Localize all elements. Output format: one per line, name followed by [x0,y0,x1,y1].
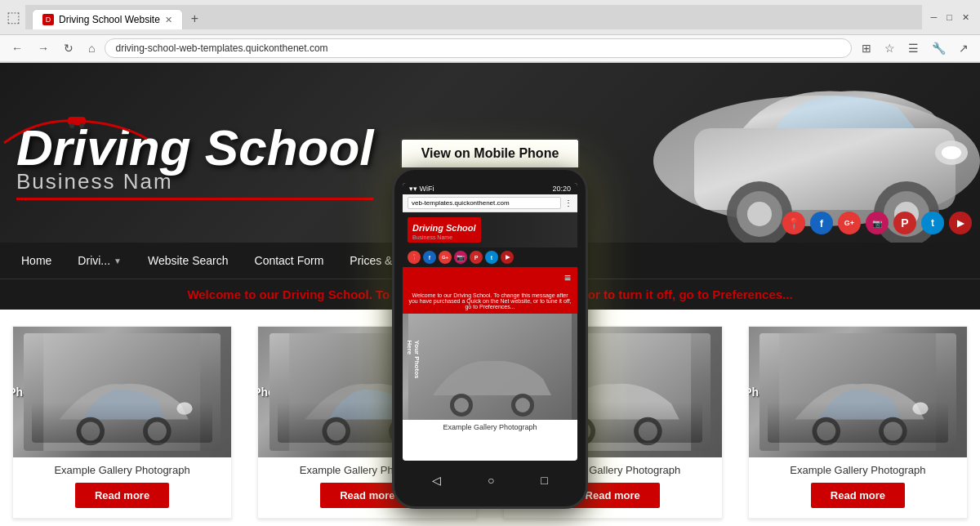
menu-button[interactable]: ☰ [903,38,924,58]
share-button[interactable]: ↗ [954,38,973,58]
svg-point-39 [515,398,530,412]
svg-point-15 [82,421,100,440]
gallery-item-4: Your Photos Here [748,326,968,519]
tab-favicon: D [42,14,54,25]
svg-point-14 [77,417,105,446]
gallery-photo-1: Your Photos Here [13,327,231,457]
phone-bottom-bar: ◁ ○ □ [403,467,577,493]
phone-logo-text: Driving School [412,223,476,233]
car-image-4 [760,333,956,451]
svg-point-16 [143,417,172,446]
phone-social-icons: 📍 f G+ 📷 P t ▶ [403,247,577,267]
nav-home[interactable]: Home [8,244,65,277]
hamburger-icon: ≡ [564,271,571,284]
phone-si-youtube: ▶ [501,251,514,264]
google-plus-social-icon[interactable]: G+ [838,212,861,234]
phone-si-facebook: f [423,251,436,264]
svg-point-20 [322,417,350,446]
home-button[interactable]: ⌂ [83,38,100,58]
phone-site-header: Driving School Business Name [403,212,577,247]
pinterest-social-icon[interactable]: P [893,212,916,234]
gallery-caption-1: Example Gallery Photograph [13,457,231,483]
gallery-section: Your Photos Here [0,310,980,526]
social-icons-bar: 📍 f G+ 📷 P t ▶ [782,212,972,234]
svg-point-34 [913,402,929,414]
maximize-button[interactable]: □ [942,11,956,25]
phone-status-bar: ▾▾ WiFi 20:20 [403,183,577,194]
twitter-social-icon[interactable]: t [921,212,944,234]
browser-action-buttons[interactable]: ⊞ ☆ ☰ 🔧 ↗ [857,38,973,58]
phone-si-google: G+ [439,251,452,264]
read-more-button-4[interactable]: Read more [811,483,905,508]
phone-gallery-caption: Example Gallery Photograph [403,420,577,435]
address-bar: ← → ↻ ⌂ ⊞ ☆ ☰ 🔧 ↗ [0,35,980,62]
phone-menu-dots: ⋮ [564,198,572,207]
minimize-button[interactable]: ─ [927,11,942,25]
phone-frame: ▾▾ WiFi 20:20 veb-templates.quickonthene… [392,167,588,509]
phone-si-pinterest: P [470,251,483,264]
facebook-social-icon[interactable]: f [810,212,833,234]
svg-point-27 [634,417,662,446]
back-button[interactable]: ← [7,38,28,58]
phone-home-icon: ○ [488,474,494,487]
nav-website-search[interactable]: Website Search [135,244,242,277]
svg-point-12 [79,123,84,128]
phone-back-icon: ◁ [432,474,441,487]
phone-gallery-label: Your Photos Here [406,341,421,394]
reload-button[interactable]: ↻ [59,38,78,58]
phone-time: 20:20 [552,185,571,193]
read-more-button-1[interactable]: Read more [75,483,169,508]
phone-si-location: 📍 [408,251,421,264]
window-controls[interactable]: ⬚ [7,8,20,26]
phone-logo-sub: Business Name [412,234,476,240]
phone-si-twitter: t [485,251,498,264]
bookmark-star-button[interactable]: ☆ [880,38,900,58]
gallery-caption-4: Example Gallery Photograph [749,457,967,483]
forward-button[interactable]: → [33,38,54,58]
mobile-view-label: View on Mobile Phone [400,138,581,167]
svg-point-21 [327,421,345,440]
nav-contact-form[interactable]: Contact Form [242,244,337,277]
logo-accent-line [16,198,373,200]
new-tab-button[interactable]: + [185,8,205,29]
svg-point-28 [639,421,657,440]
bookmarks-button[interactable]: ⊞ [857,38,876,58]
phone-status-signals: ▾▾ WiFi [409,185,434,193]
phone-address-bar: veb-templates.quickonthenet.com ⋮ [403,194,577,212]
svg-point-4 [747,202,772,226]
active-tab[interactable]: D Driving School Website ✕ [32,9,183,29]
car-image-1 [24,333,220,451]
svg-point-11 [69,123,74,128]
svg-point-37 [454,398,469,412]
phone-gallery-photo: Your Photos Here [403,314,577,420]
phone-si-instagram: 📷 [454,251,467,264]
svg-point-30 [813,417,841,446]
phone-screen: ▾▾ WiFi 20:20 veb-templates.quickonthene… [403,183,577,461]
phone-logo-bg: Driving School Business Name [408,217,481,243]
tab-title: Driving School Website [59,14,160,25]
location-social-icon[interactable]: 📍 [782,212,805,234]
svg-point-18 [177,402,193,414]
window-action-buttons[interactable]: ─ □ ✕ [927,11,973,25]
instagram-social-icon[interactable]: 📷 [866,212,889,234]
mobile-overlay: View on Mobile Phone ▾▾ WiFi 20:20 veb-t… [392,138,588,509]
url-input[interactable] [105,38,852,58]
nav-driving[interactable]: Drivi... ▼ [65,244,135,277]
logo-car-arc [0,114,159,150]
gallery-photo-4: Your Photos Here [749,327,967,457]
close-button[interactable]: ✕ [958,11,973,25]
svg-point-31 [817,421,836,440]
tab-close-button[interactable]: ✕ [165,15,172,25]
phone-welcome-text: Welcome to our Driving School. To change… [403,288,577,314]
svg-rect-10 [68,117,86,125]
svg-point-9 [942,146,961,159]
phone-url: veb-templates.quickonthenet.com [408,197,561,209]
extensions-button[interactable]: 🔧 [927,38,951,58]
svg-point-33 [884,421,902,440]
phone-square-icon: □ [541,474,547,487]
youtube-social-icon[interactable]: ▶ [949,212,972,234]
dropdown-arrow-1: ▼ [114,256,122,265]
phone-nav-bar: ≡ [403,267,577,288]
svg-point-32 [879,417,907,446]
gallery-item-1: Your Photos Here [12,326,232,519]
